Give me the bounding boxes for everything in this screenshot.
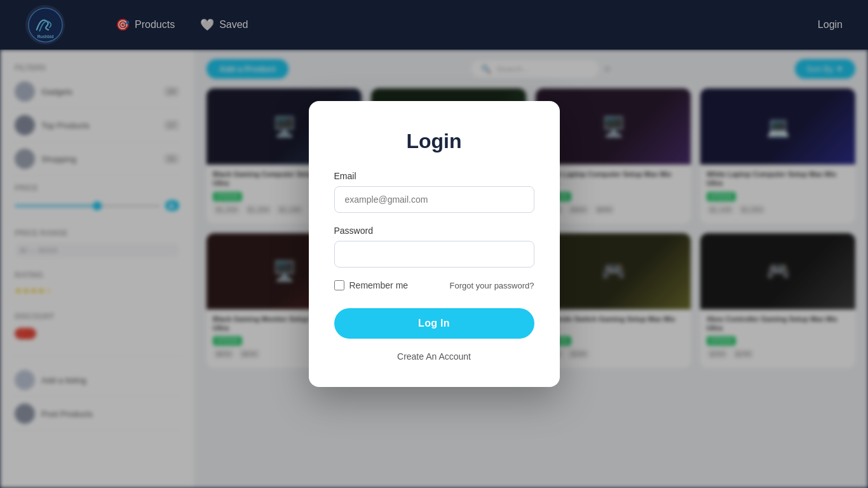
remember-me-text: Remember me <box>349 280 409 290</box>
email-input[interactable] <box>334 186 534 213</box>
remember-me-checkbox[interactable] <box>334 280 344 290</box>
password-label: Password <box>334 226 534 236</box>
create-account-link[interactable]: Create An Account <box>334 351 534 362</box>
password-group: Password <box>334 226 534 268</box>
email-group: Email <box>334 171 534 213</box>
modal-overlay: Login Email Password Remember me Forgot … <box>0 0 868 488</box>
email-label: Email <box>334 171 534 181</box>
modal-title: Login <box>334 130 534 153</box>
form-options: Remember me Forgot your password? <box>334 280 534 290</box>
login-submit-button[interactable]: Log In <box>334 308 534 339</box>
remember-me-label[interactable]: Remember me <box>334 280 409 290</box>
login-modal: Login Email Password Remember me Forgot … <box>309 101 560 387</box>
forgot-password-link[interactable]: Forgot your password? <box>450 281 534 290</box>
password-input[interactable] <box>334 241 534 268</box>
